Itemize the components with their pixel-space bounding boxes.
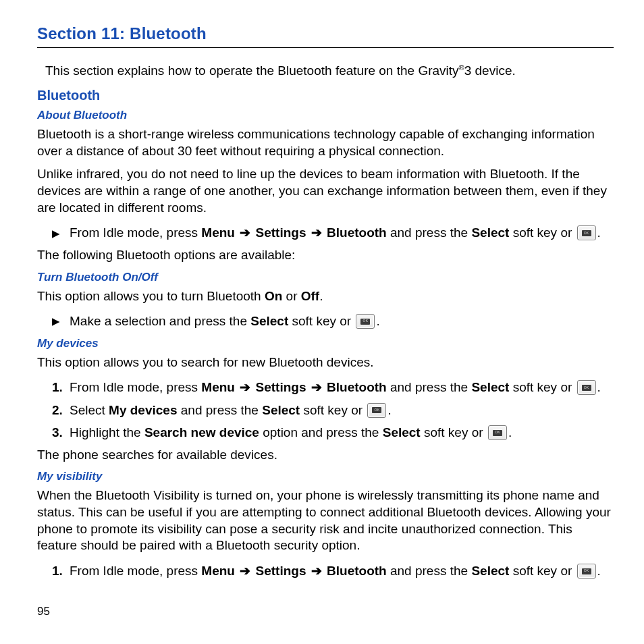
step-number: 3. (52, 423, 70, 442)
about-step: ▶ From Idle mode, press Menu ➔ Settings … (52, 223, 614, 242)
ok-key-icon (488, 425, 507, 440)
ok-key-icon (577, 564, 596, 579)
myvis-step-1: 1. From Idle mode, press Menu ➔ Settings… (52, 561, 614, 581)
registered-mark: ® (459, 63, 464, 72)
mydev-p1: This option allows you to search for new… (37, 354, 614, 371)
intro-paragraph: This section explains how to operate the… (45, 63, 614, 80)
step-number: 1. (52, 561, 70, 581)
ok-key-icon (367, 403, 386, 418)
mydev-p2: The phone searches for available devices… (37, 447, 614, 464)
ok-key-icon (577, 225, 596, 240)
arrow-icon: ➔ (311, 380, 322, 394)
myvisibility-heading: My visibility (37, 470, 614, 483)
mydev-step-1: 1. From Idle mode, press Menu ➔ Settings… (52, 377, 614, 397)
page-content: Section 11: Bluetooth This section expla… (0, 0, 644, 581)
arrow-icon: ➔ (240, 225, 250, 240)
intro-pre: This section explains how to operate the… (45, 63, 459, 78)
about-p1: Bluetooth is a short-range wireless comm… (37, 126, 614, 159)
mydev-step-2: 2. Select My devices and press the Selec… (52, 400, 614, 420)
bullet-icon: ▶ (52, 313, 70, 329)
arrow-icon: ➔ (311, 225, 322, 240)
intro-post: 3 device. (464, 63, 516, 78)
turn-heading: Turn Bluetooth On/Off (37, 271, 614, 284)
turn-step: ▶ Make a selection and press the Select … (52, 311, 614, 331)
ok-key-icon (577, 380, 596, 395)
mydev-step-3: 3. Highlight the Search new device optio… (52, 423, 614, 442)
about-p2: Unlike infrared, you do not need to line… (37, 166, 614, 216)
about-step-content: From Idle mode, press Menu ➔ Settings ➔ … (70, 223, 614, 242)
turn-p1: This option allows you to turn Bluetooth… (37, 288, 614, 305)
about-bluetooth-heading: About Bluetooth (37, 109, 614, 122)
arrow-icon: ➔ (311, 564, 322, 578)
about-p3: The following Bluetooth options are avai… (37, 247, 614, 264)
bluetooth-heading: Bluetooth (37, 88, 614, 103)
turn-step-content: Make a selection and press the Select so… (70, 311, 614, 331)
bullet-icon: ▶ (52, 225, 70, 241)
section-title: Section 11: Bluetooth (37, 24, 614, 48)
arrow-icon: ➔ (240, 380, 250, 394)
mydevices-heading: My devices (37, 337, 614, 350)
page-number: 95 (37, 605, 50, 618)
ok-key-icon (356, 314, 375, 329)
step-number: 2. (52, 400, 70, 420)
myvis-p1: When the Bluetooth Visibility is turned … (37, 487, 614, 554)
arrow-icon: ➔ (240, 564, 250, 578)
step-number: 1. (52, 377, 70, 397)
